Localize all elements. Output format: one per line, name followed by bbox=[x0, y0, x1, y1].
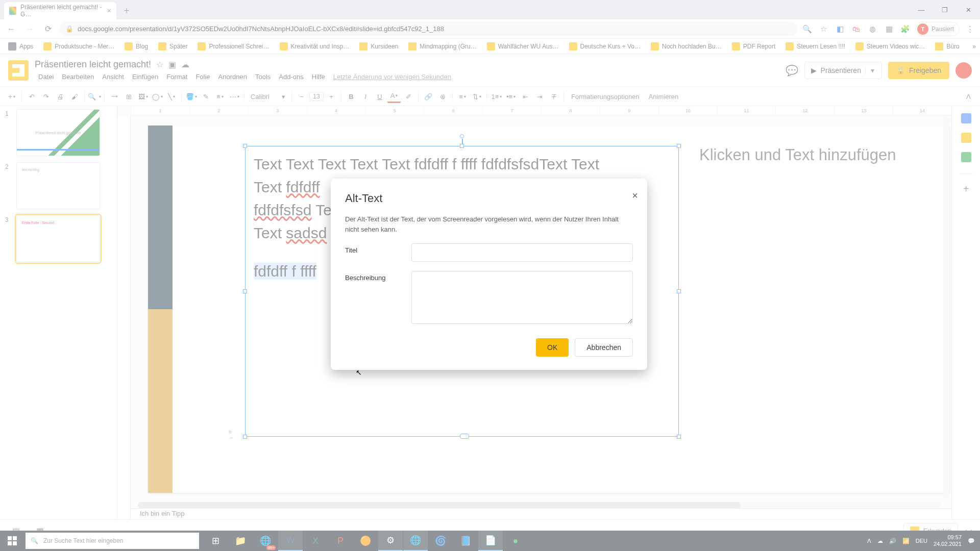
dialog-close-icon[interactable]: × bbox=[632, 190, 638, 202]
title-input[interactable] bbox=[411, 243, 633, 262]
alt-text-dialog: Alt-Text × Der Alt-Text ist der Text, de… bbox=[331, 179, 647, 370]
cancel-button[interactable]: Abbrechen bbox=[575, 338, 633, 357]
description-textarea[interactable] bbox=[411, 271, 633, 324]
ok-button[interactable]: OK bbox=[536, 338, 569, 357]
dialog-title: Alt-Text bbox=[345, 192, 633, 205]
description-label: Beschreibung bbox=[345, 271, 403, 324]
title-label: Titel bbox=[345, 243, 403, 262]
cursor-icon: ↖ bbox=[356, 368, 362, 377]
dialog-description: Der Alt-Text ist der Text, der vom Scree… bbox=[345, 214, 633, 234]
